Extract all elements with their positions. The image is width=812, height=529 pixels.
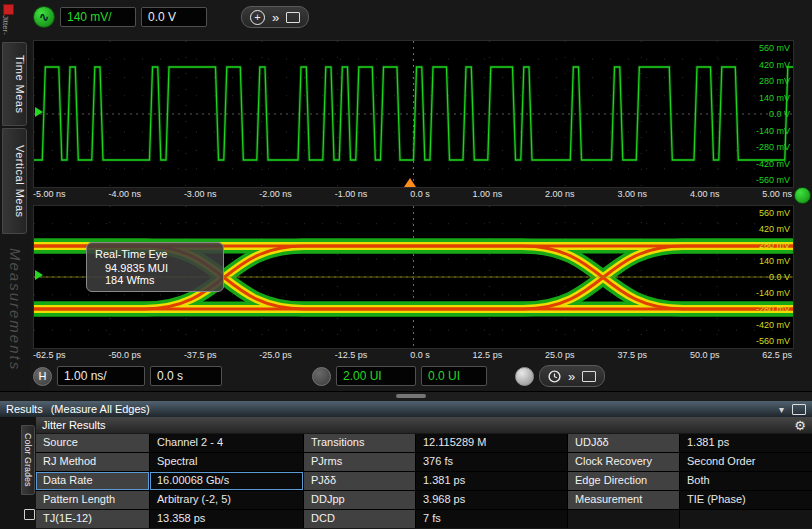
table-label: Source [36,434,149,452]
jitter-results-bar[interactable]: Jitter Results ⚙ [36,417,812,433]
horizontal-offset-field[interactable]: 0.0 s [150,366,222,386]
jitter-results-table: Source Channel 2 - 4 Transitions 12.1152… [36,434,812,528]
x-axis-tick: -37.5 ps [184,350,217,360]
x-axis-tick: -62.5 ps [33,350,66,360]
waveform-display[interactable]: 560 mV420 mV280 mV140 mV0.0 V-140 mV-280… [33,40,794,188]
jitter-tab-label: Jitter- [1,15,10,35]
clock-icon[interactable] [548,370,561,383]
color-grades-icon[interactable] [24,509,35,520]
trigger-marker-icon[interactable] [404,178,416,187]
eye-diagram-display[interactable]: 560 mV420 mV280 mV140 mV0.0 V-140 mV-280… [33,205,794,349]
horizontal-badge-icon[interactable]: H [33,367,52,386]
table-label [568,510,679,528]
eye-overlay-title: Real-Time Eye [95,248,215,260]
ui-scale-field[interactable]: 2.00 UI [336,366,416,386]
table-value[interactable]: 7 fs [416,510,567,528]
x-axis-tick: 37.5 ps [617,350,647,360]
splitter-handle[interactable] [396,394,426,398]
tab-vertical-meas[interactable]: Vertical Meas [2,128,27,234]
jitter-results-title: Jitter Results [42,419,106,431]
x-axis-tick: 12.5 ps [473,350,503,360]
results-left-strip: Color Grades [0,417,36,529]
table-label: TJ(1E-12) [36,510,149,528]
acquisition-state-icon[interactable] [515,367,534,386]
table-value[interactable]: 376 fs [416,453,567,471]
table-value[interactable]: 1.381 ps [416,472,567,490]
eye-mui-value: 94.9835 MUI [95,262,215,274]
x-axis-tick: 2.00 ns [545,189,575,199]
horizontal-toolbar-more: » [539,365,605,387]
x-axis-tick: 1.00 ns [473,189,503,199]
table-value[interactable]: 13.358 ps [150,510,303,528]
x-axis-tick: -12.5 ps [335,350,368,360]
table-value[interactable]: Spectral [150,453,303,471]
table-label: DCD [304,510,415,528]
x-axis-tick: -50.0 ps [108,350,141,360]
results-header[interactable]: Results (Measure All Edges) ▾ [0,401,812,417]
eye-x-axis: -62.5 ps-50.0 ps-37.5 ps-25.0 ps-12.5 ps… [33,349,792,361]
table-value[interactable]: TIE (Phase) [680,491,812,509]
results-splitter[interactable] [0,391,812,401]
table-value[interactable]: 12.115289 M [416,434,567,452]
x-axis-tick: 50.0 ps [690,350,720,360]
table-label: RJ Method [36,453,149,471]
x-axis-tick: 25.0 ps [545,350,575,360]
collapse-caret-icon[interactable]: ▾ [779,404,784,415]
vertical-offset-field[interactable]: 0.0 V [141,7,207,27]
ui-offset-field[interactable]: 0.0 UI [421,366,487,386]
x-axis-tick: 62.5 ps [762,350,792,360]
table-label-selected[interactable]: Data Rate [36,472,149,490]
tab-color-grades[interactable]: Color Grades [21,425,35,495]
eye-horizontal-badge-icon[interactable] [312,367,331,386]
table-value[interactable]: Arbitrary (-2, 5) [150,491,303,509]
table-value[interactable]: Channel 2 - 4 [150,434,303,452]
table-label: PJδδ [304,472,415,490]
display-icon[interactable] [286,12,300,23]
x-axis-tick: 0.0 s [410,350,430,360]
horizontal-scale-field[interactable]: 1.00 ns/ [57,366,145,386]
table-label: DDJpp [304,491,415,509]
x-axis-tick: 4.00 ns [690,189,720,199]
table-label: UDJδδ [568,434,679,452]
vertical-toolbar: ∿ 140 mV/ 0.0 V + » [33,6,309,28]
table-value[interactable]: Both [680,472,812,490]
jitter-app-tab[interactable]: Jitter- [0,0,15,40]
vertical-scale-field[interactable]: 140 mV/ [60,7,136,27]
table-label: Edge Direction [568,472,679,490]
table-value [680,510,812,528]
table-label: Measurement [568,491,679,509]
horizontal-toolbar: H 1.00 ns/ 0.0 s 2.00 UI 0.0 UI » [33,364,605,388]
app-status-icon [3,4,14,15]
table-value[interactable]: 3.968 ps [416,491,567,509]
channel2-badge-icon[interactable]: ∿ [33,6,55,28]
tab-time-meas[interactable]: Time Meas [2,42,27,126]
expand-chevrons-icon[interactable]: » [272,11,279,24]
measurements-watermark: Measurements [7,248,24,371]
x-axis-tick: 3.00 ns [617,189,647,199]
zoom-plus-icon[interactable]: + [250,10,265,25]
eye-info-overlay: Real-Time Eye 94.9835 MUI 184 Wfms [86,242,224,292]
undock-icon[interactable] [792,404,806,415]
table-value-selected[interactable]: 16.00068 Gb/s [150,472,303,490]
vertical-toolbar-more: + » [241,6,309,28]
table-value[interactable]: 1.381 ps [680,434,812,452]
gear-icon[interactable]: ⚙ [794,419,806,432]
eye-position-marker[interactable] [35,270,43,280]
x-axis-tick: -5.00 ns [33,189,66,199]
results-title: Results [6,403,43,415]
channel-position-marker[interactable] [35,107,43,117]
display-icon[interactable] [582,371,596,382]
table-label: Transitions [304,434,415,452]
x-axis-tick: -2.00 ns [259,189,292,199]
waveform-x-axis: -5.00 ns-4.00 ns-3.00 ns-2.00 ns-1.00 ns… [33,188,792,200]
x-axis-tick: 0.0 s [410,189,430,199]
x-axis-tick: -25.0 ps [259,350,292,360]
left-tab-strip: Time Meas Vertical Meas Measurements [0,40,31,392]
x-axis-tick: -3.00 ns [184,189,217,199]
x-axis-tick: 5.00 ns [762,189,792,199]
table-label: Clock Recovery [568,453,679,471]
run-status-icon[interactable] [794,187,811,204]
table-value[interactable]: Second Order [680,453,812,471]
expand-chevrons-icon[interactable]: » [568,370,575,383]
x-axis-tick: -4.00 ns [108,189,141,199]
